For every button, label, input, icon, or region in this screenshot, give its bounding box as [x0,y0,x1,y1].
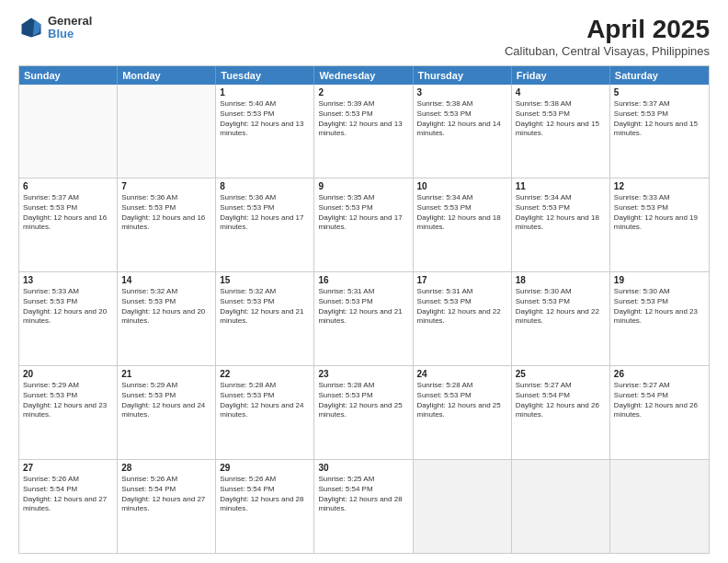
cell-info: Sunrise: 5:27 AM Sunset: 5:54 PM Dayligh… [614,381,705,420]
cell-info: Sunrise: 5:26 AM Sunset: 5:54 PM Dayligh… [23,475,113,514]
day-number: 20 [23,369,113,379]
day-number: 29 [220,463,310,473]
calendar-cell: 25Sunrise: 5:27 AM Sunset: 5:54 PM Dayli… [512,366,610,459]
calendar-header: SundayMondayTuesdayWednesdayThursdayFrid… [19,66,709,85]
day-number: 24 [417,369,507,379]
day-number: 27 [23,463,113,473]
cell-info: Sunrise: 5:38 AM Sunset: 5:53 PM Dayligh… [417,99,507,139]
cell-info: Sunrise: 5:36 AM Sunset: 5:53 PM Dayligh… [220,193,310,233]
day-number: 14 [121,275,211,285]
cell-info: Sunrise: 5:28 AM Sunset: 5:53 PM Dayligh… [417,381,507,420]
calendar-cell: 4Sunrise: 5:38 AM Sunset: 5:53 PM Daylig… [512,85,610,178]
day-number: 13 [23,275,113,285]
day-number: 11 [516,181,606,191]
cell-info: Sunrise: 5:33 AM Sunset: 5:53 PM Dayligh… [614,193,705,233]
cell-info: Sunrise: 5:33 AM Sunset: 5:53 PM Dayligh… [23,287,113,327]
calendar-cell: 1Sunrise: 5:40 AM Sunset: 5:53 PM Daylig… [216,85,314,178]
day-number: 3 [417,87,507,98]
cell-info: Sunrise: 5:37 AM Sunset: 5:53 PM Dayligh… [614,99,705,139]
cell-info: Sunrise: 5:31 AM Sunset: 5:53 PM Dayligh… [417,287,507,327]
weekday-header: Friday [512,66,610,85]
calendar-cell: 22Sunrise: 5:28 AM Sunset: 5:53 PM Dayli… [216,366,314,459]
calendar-cell: 12Sunrise: 5:33 AM Sunset: 5:53 PM Dayli… [610,178,709,271]
calendar-cell: 20Sunrise: 5:29 AM Sunset: 5:53 PM Dayli… [19,366,118,459]
page-title: April 2025 [505,15,710,44]
logo-text: General Blue [48,15,92,41]
cell-info: Sunrise: 5:26 AM Sunset: 5:54 PM Dayligh… [121,475,211,514]
cell-info: Sunrise: 5:40 AM Sunset: 5:53 PM Dayligh… [220,99,310,139]
day-number: 17 [417,275,507,285]
calendar-row: 13Sunrise: 5:33 AM Sunset: 5:53 PM Dayli… [19,271,709,365]
calendar-cell [610,460,709,553]
day-number: 21 [121,369,211,379]
calendar-cell: 6Sunrise: 5:37 AM Sunset: 5:53 PM Daylig… [19,178,118,271]
cell-info: Sunrise: 5:34 AM Sunset: 5:53 PM Dayligh… [516,193,606,233]
day-number: 23 [318,369,408,379]
day-number: 8 [220,181,310,191]
day-number: 2 [318,87,408,98]
calendar-body: 1Sunrise: 5:40 AM Sunset: 5:53 PM Daylig… [19,85,709,553]
logo-icon [18,15,44,40]
calendar-cell: 19Sunrise: 5:30 AM Sunset: 5:53 PM Dayli… [610,272,709,365]
weekday-header: Wednesday [314,66,413,85]
calendar-row: 6Sunrise: 5:37 AM Sunset: 5:53 PM Daylig… [19,178,709,271]
cell-info: Sunrise: 5:38 AM Sunset: 5:53 PM Dayligh… [516,99,606,139]
calendar-cell: 26Sunrise: 5:27 AM Sunset: 5:54 PM Dayli… [610,366,709,459]
day-number: 10 [417,181,507,191]
day-number: 22 [220,369,310,379]
calendar-cell: 27Sunrise: 5:26 AM Sunset: 5:54 PM Dayli… [19,460,118,553]
calendar-cell: 17Sunrise: 5:31 AM Sunset: 5:53 PM Dayli… [414,272,512,365]
day-number: 15 [220,275,310,285]
weekday-header: Saturday [610,66,709,85]
day-number: 28 [121,463,211,473]
logo: General Blue [18,15,92,41]
weekday-header: Sunday [19,66,118,85]
logo-line1: General [48,15,92,28]
calendar-cell: 9Sunrise: 5:35 AM Sunset: 5:53 PM Daylig… [314,178,413,271]
day-number: 4 [516,87,606,98]
cell-info: Sunrise: 5:32 AM Sunset: 5:53 PM Dayligh… [121,287,211,327]
cell-info: Sunrise: 5:29 AM Sunset: 5:53 PM Dayligh… [23,381,113,420]
day-number: 5 [614,87,705,98]
cell-info: Sunrise: 5:30 AM Sunset: 5:53 PM Dayligh… [614,287,705,327]
calendar-cell: 8Sunrise: 5:36 AM Sunset: 5:53 PM Daylig… [216,178,314,271]
header: General Blue April 2025 Calituban, Centr… [18,15,710,58]
day-number: 16 [318,275,408,285]
calendar-row: 27Sunrise: 5:26 AM Sunset: 5:54 PM Dayli… [19,459,709,553]
weekday-header: Thursday [414,66,512,85]
weekday-header: Tuesday [216,66,314,85]
cell-info: Sunrise: 5:34 AM Sunset: 5:53 PM Dayligh… [417,193,507,233]
calendar-cell: 10Sunrise: 5:34 AM Sunset: 5:53 PM Dayli… [414,178,512,271]
calendar-cell [414,460,512,553]
cell-info: Sunrise: 5:26 AM Sunset: 5:54 PM Dayligh… [220,475,310,514]
calendar-cell: 7Sunrise: 5:36 AM Sunset: 5:53 PM Daylig… [118,178,216,271]
cell-info: Sunrise: 5:25 AM Sunset: 5:54 PM Dayligh… [318,475,408,514]
day-number: 25 [516,369,606,379]
day-number: 1 [220,87,310,98]
calendar-cell: 18Sunrise: 5:30 AM Sunset: 5:53 PM Dayli… [512,272,610,365]
day-number: 18 [516,275,606,285]
calendar-cell: 13Sunrise: 5:33 AM Sunset: 5:53 PM Dayli… [19,272,118,365]
calendar-cell: 3Sunrise: 5:38 AM Sunset: 5:53 PM Daylig… [414,85,512,178]
calendar-cell: 16Sunrise: 5:31 AM Sunset: 5:53 PM Dayli… [314,272,413,365]
cell-info: Sunrise: 5:35 AM Sunset: 5:53 PM Dayligh… [318,193,408,233]
calendar-cell: 2Sunrise: 5:39 AM Sunset: 5:53 PM Daylig… [314,85,413,178]
day-number: 19 [614,275,705,285]
calendar-cell: 24Sunrise: 5:28 AM Sunset: 5:53 PM Dayli… [414,366,512,459]
cell-info: Sunrise: 5:32 AM Sunset: 5:53 PM Dayligh… [220,287,310,327]
day-number: 7 [121,181,211,191]
calendar-cell: 5Sunrise: 5:37 AM Sunset: 5:53 PM Daylig… [610,85,709,178]
calendar-cell: 28Sunrise: 5:26 AM Sunset: 5:54 PM Dayli… [118,460,216,553]
cell-info: Sunrise: 5:27 AM Sunset: 5:54 PM Dayligh… [516,381,606,420]
page: General Blue April 2025 Calituban, Centr… [0,0,728,563]
cell-info: Sunrise: 5:30 AM Sunset: 5:53 PM Dayligh… [516,287,606,327]
day-number: 30 [318,463,408,473]
logo-line2: Blue [48,28,92,40]
day-number: 9 [318,181,408,191]
calendar-row: 20Sunrise: 5:29 AM Sunset: 5:53 PM Dayli… [19,365,709,459]
calendar-cell: 14Sunrise: 5:32 AM Sunset: 5:53 PM Dayli… [118,272,216,365]
calendar-cell [19,85,118,178]
day-number: 26 [614,369,705,379]
cell-info: Sunrise: 5:36 AM Sunset: 5:53 PM Dayligh… [121,193,211,233]
day-number: 12 [614,181,705,191]
